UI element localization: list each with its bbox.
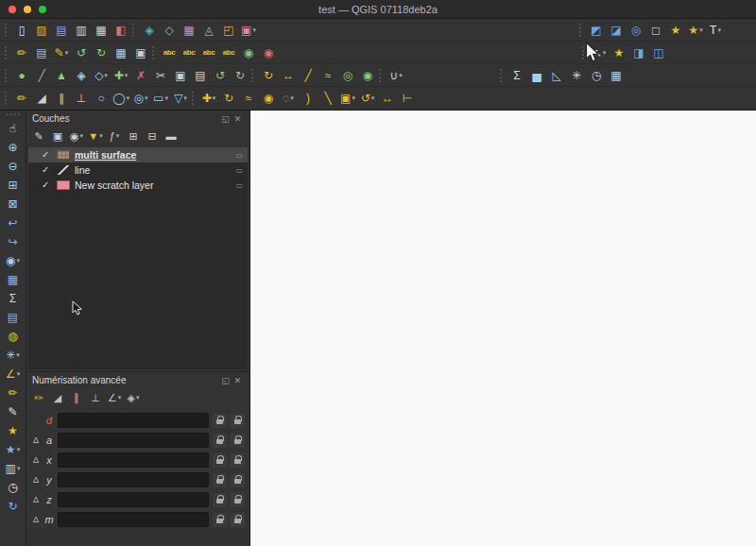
continuous-lock-z-button[interactable] <box>231 493 245 507</box>
style-manager-button[interactable]: ◧ <box>112 21 130 40</box>
continuous-lock-m-button[interactable] <box>231 513 245 527</box>
input-z[interactable] <box>58 492 209 507</box>
lock-x-button[interactable] <box>213 453 227 468</box>
show-bookmarks-button[interactable]: ★▾ <box>686 21 705 40</box>
spatial-bookmarks-button[interactable]: ★▾ <box>3 440 24 459</box>
toggle-editing-button[interactable]: ✏ <box>3 384 24 402</box>
rotate-point-symbols-button[interactable]: ↺▾ <box>358 89 377 108</box>
current-edits-button[interactable]: ✎▾ <box>52 43 71 62</box>
add-line-feature-button[interactable]: ╱ <box>32 66 51 85</box>
continuous-lock-d-button[interactable] <box>231 414 245 428</box>
filter-by-expression-button[interactable]: ƒ▾ <box>106 128 123 145</box>
relative-toggle-y[interactable]: Δ <box>31 475 41 485</box>
continuous-lock-a-button[interactable] <box>231 434 245 448</box>
save-project-button[interactable]: ▤ <box>52 21 71 40</box>
zoom-window-button[interactable] <box>39 6 46 13</box>
layer-visibility-checkbox[interactable]: ✓ <box>42 165 52 175</box>
circle-from-3-points-button[interactable]: ◯▾ <box>112 89 130 108</box>
show-hidden-labels-button[interactable]: ◉ <box>239 43 258 62</box>
statistical-summary-button[interactable]: Σ <box>3 289 24 308</box>
text-annotation-button[interactable]: T▾ <box>706 21 725 40</box>
snap-to-common-angles-button[interactable]: ∠▾ <box>106 389 123 406</box>
highlight-pinned-labels-button[interactable]: abc <box>219 43 238 62</box>
raster-calculator-button[interactable]: ▦ <box>607 66 626 85</box>
toolbar-handle[interactable] <box>5 69 9 82</box>
cut-features-button[interactable]: ✂ <box>151 66 170 85</box>
temporal-controller-button[interactable]: ◷ <box>3 478 24 497</box>
new-map-view-button[interactable]: ▥▾ <box>3 459 24 478</box>
trim-extend-button[interactable]: ⊢ <box>398 89 417 108</box>
histogram-button[interactable]: ▅ <box>527 66 546 85</box>
minimize-window-button[interactable] <box>24 6 31 13</box>
toolbar-handle[interactable] <box>5 46 9 60</box>
toolbar-handle[interactable] <box>152 46 156 60</box>
construction-mode-button[interactable]: ◢ <box>49 389 66 406</box>
offset-curve-button[interactable]: ) <box>299 89 318 108</box>
add-raster-layer-button[interactable]: ▦ <box>180 21 198 40</box>
zoom-last-button[interactable]: ↩ <box>3 213 24 232</box>
select-by-radius-button[interactable]: ◎ <box>627 21 645 40</box>
map-canvas[interactable] <box>250 111 756 546</box>
zoom-out-button[interactable]: ⊖ <box>3 157 24 176</box>
enable-advanced-digitizing-button[interactable]: ✏ <box>12 89 31 108</box>
delete-ring-button[interactable]: ◌▾ <box>279 89 298 108</box>
undock-panel-icon[interactable]: ◱ <box>219 112 232 125</box>
multiedit-attributes-button[interactable]: ▦ <box>112 43 130 62</box>
add-polygon-feature-button[interactable]: ▲ <box>52 66 71 85</box>
new-spatial-bookmark-button[interactable]: ★ <box>666 21 685 40</box>
manage-map-themes-button[interactable]: ◉▾ <box>68 128 85 145</box>
redo-button[interactable]: ↻ <box>92 43 111 62</box>
rotate-features-button[interactable]: ↻ <box>219 89 238 108</box>
layer-diagram-options-button[interactable]: abc <box>180 43 198 62</box>
open-layer-styling-button[interactable]: ✎ <box>30 128 47 145</box>
temporal-panel-button[interactable]: ◷ <box>587 66 606 85</box>
enable-advanced-digitizing-button[interactable]: ✏ <box>30 389 47 406</box>
redo-edits-button[interactable]: ↻ <box>231 66 249 85</box>
lock-a-button[interactable] <box>213 434 227 448</box>
filter-legend-button[interactable]: ▼▾ <box>87 128 104 145</box>
construction-guides-button[interactable]: ◈▾ <box>125 389 142 406</box>
input-d[interactable] <box>58 413 209 428</box>
circle-from-2-points-button[interactable]: ○ <box>92 89 111 108</box>
simplify-feature-button[interactable]: ≈ <box>239 89 258 108</box>
lock-z-button[interactable] <box>213 493 227 507</box>
add-mesh-layer-button[interactable]: ◬ <box>199 21 218 40</box>
select-by-polygon-button[interactable]: ◪ <box>607 21 626 40</box>
pin-unpin-labels-button[interactable]: abc <box>199 43 218 62</box>
toolbar-handle[interactable] <box>500 69 504 82</box>
expand-all-button[interactable]: ⊞ <box>125 128 142 145</box>
continuous-lock-y-button[interactable] <box>231 473 245 487</box>
toolbar-handle[interactable] <box>582 46 586 60</box>
paste-features-button[interactable]: ▤ <box>191 66 210 85</box>
relative-toggle-m[interactable]: Δ <box>31 515 41 524</box>
input-x[interactable] <box>58 452 209 468</box>
ellipse-from-center-button[interactable]: ◎▾ <box>131 89 150 108</box>
move-feature-button[interactable]: ✚▾ <box>112 66 130 85</box>
collapse-all-button[interactable]: ⊟ <box>144 128 161 145</box>
delete-selected-button[interactable]: ✗ <box>131 66 150 85</box>
undock-panel-icon[interactable]: ◱ <box>219 374 232 386</box>
new-annotation-button[interactable]: ✎ <box>3 402 24 421</box>
toolbar-handle[interactable] <box>192 92 196 105</box>
parallel-constraint-button[interactable]: ∥ <box>52 89 71 108</box>
select-by-form-button[interactable]: ◨ <box>629 43 648 62</box>
close-panel-icon[interactable]: ✕ <box>232 112 244 125</box>
add-part-button[interactable]: ◉ <box>358 66 377 85</box>
parallel-constraint-button[interactable]: ∥ <box>68 389 85 406</box>
refresh-map-button[interactable]: ↻ <box>3 497 24 516</box>
vertex-tool-all-layers-button[interactable]: ◈ <box>72 66 91 85</box>
measure-line-button[interactable]: ∠▾ <box>3 365 24 384</box>
layer-visibility-checkbox[interactable]: ✓ <box>42 180 52 190</box>
add-group-button[interactable]: ▣ <box>49 128 66 145</box>
input-a[interactable] <box>58 433 209 448</box>
remove-layer-button[interactable]: ▬ <box>163 128 180 145</box>
toolbar-handle[interactable] <box>132 24 136 37</box>
statistical-summary-button[interactable]: Σ <box>507 66 526 85</box>
add-ring-button[interactable]: ◎ <box>338 66 357 85</box>
copy-features-button[interactable]: ▣ <box>171 66 190 85</box>
open-project-button[interactable]: ▨ <box>32 21 51 40</box>
snapping-options-button[interactable]: ∪▾ <box>387 66 405 85</box>
perpendicular-constraint-button[interactable]: ⊥ <box>87 389 104 406</box>
run-feature-action-button[interactable]: ✳▾ <box>3 346 24 365</box>
move-feature-copy-button[interactable]: ✚▾ <box>199 89 218 108</box>
